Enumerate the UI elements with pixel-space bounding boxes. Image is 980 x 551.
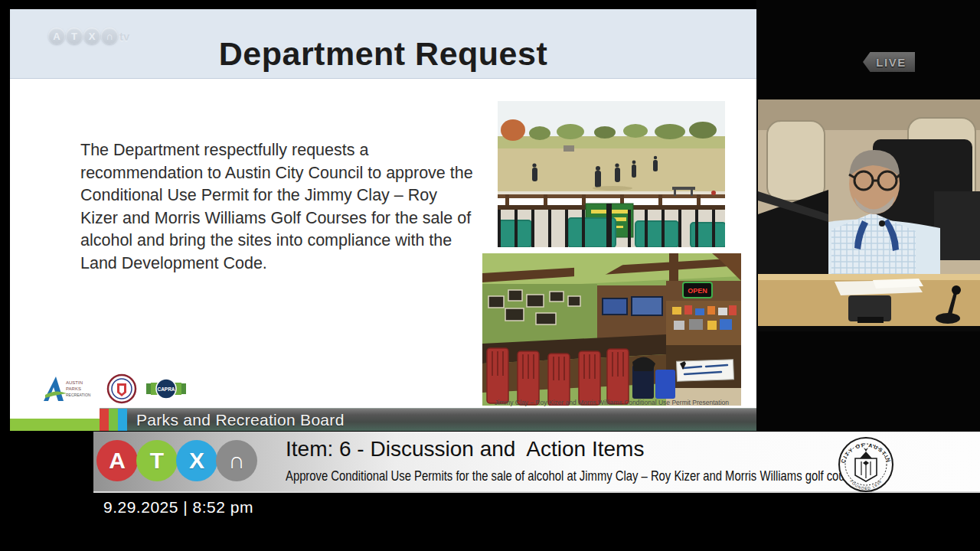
atxn-logo-letter-t: T [136, 440, 178, 481]
live-indicator-badge: LIVE [863, 52, 915, 72]
broadcast-timestamp: 9.29.2025 | 8:52 pm [103, 498, 253, 517]
board-name-banner: Parks and Recreation Board [100, 408, 756, 431]
golf-course-photo [498, 101, 725, 247]
capra-accreditation-logo: CAPRA [146, 374, 186, 403]
broadcast-frame: A T X ∩ tv Department Request The Depart… [0, 0, 980, 551]
slide-logo-row: AUSTIN PARKS RECREATION CAPRA [41, 372, 186, 406]
slide-footer-caption: Jimmy Clay – Roy Kizer and Morris Willia… [482, 399, 741, 406]
svg-text:CAPRA: CAPRA [157, 386, 175, 392]
svg-text:AUSTIN: AUSTIN [66, 380, 83, 385]
presentation-slide: A T X ∩ tv Department Request The Depart… [10, 9, 756, 431]
agenda-item-subtitle: Approve Conditional Use Permits for the … [286, 468, 867, 484]
golf-course-illustration [498, 101, 725, 247]
city-of-austin-seal: CITY OF AUSTIN FOUNDED 1839 [837, 435, 895, 494]
camera-feed: LIVE [756, 0, 980, 431]
speaker-video-illustration [758, 99, 980, 331]
clubhouse-bar-illustration: OPEN [482, 253, 741, 406]
agenda-item-title: Item: 6 - Discussion and Action Items [286, 437, 644, 461]
city-of-austin-logo [106, 373, 137, 404]
atxn-logo-letter-a: A [96, 440, 138, 481]
slide-green-accent-bar [10, 419, 100, 431]
atxn-logo-letter-x: X [176, 440, 217, 481]
svg-text:RECREATION: RECREATION [66, 393, 91, 397]
slide-title: Department Request [10, 35, 756, 73]
slide-header-band: A T X ∩ tv Department Request [10, 9, 756, 79]
banner-blue-stripe [118, 409, 127, 432]
austin-parks-recreation-logo: AUSTIN PARKS RECREATION [41, 372, 97, 406]
atxn-network-logo: A T X ∩ [96, 440, 256, 481]
board-name-label: Parks and Recreation Board [136, 411, 345, 429]
clubhouse-bar-photo: OPEN [482, 253, 741, 406]
banner-red-stripe [100, 409, 109, 432]
neon-open-sign: OPEN [688, 287, 707, 295]
live-label: LIVE [871, 56, 906, 69]
lower-third-banner: A T X ∩ Item: 6 - Discussion and Action … [0, 431, 980, 494]
banner-green-stripe [109, 409, 118, 432]
slide-body-text: The Department respectfully requests a r… [80, 139, 475, 275]
atxn-logo-letter-n: ∩ [216, 440, 257, 481]
svg-text:PARKS: PARKS [66, 386, 81, 391]
